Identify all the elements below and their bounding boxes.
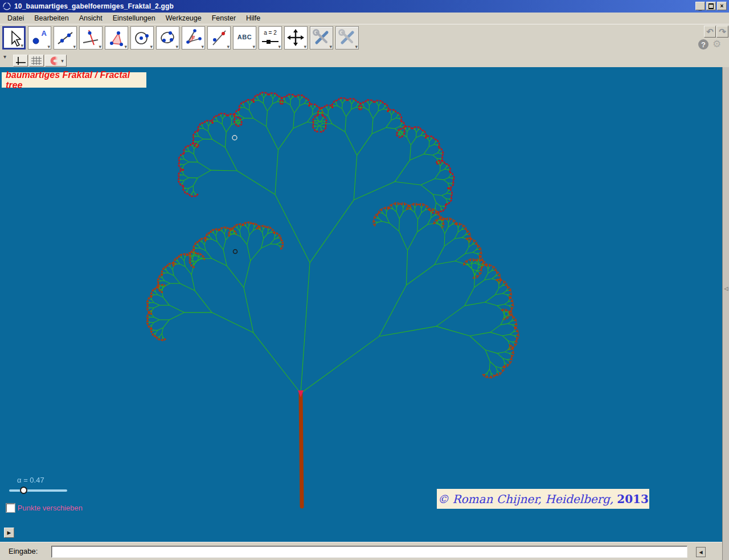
tool-dropdown-icon[interactable]: ▾ [227, 44, 230, 50]
copyright-text: © Roman Chijner, Heidelberg, [437, 492, 613, 506]
undo-icon: ↶ [706, 27, 714, 37]
grid-toggle-button[interactable] [29, 55, 44, 67]
axes-toggle-button[interactable] [13, 55, 28, 67]
window-title: 10_baumartiges_gabelfoermiges_Fraktal_2.… [14, 2, 174, 10]
graphics-view[interactable] [0, 67, 722, 542]
tool-move-graphics[interactable]: ▾ [284, 26, 308, 50]
axes-icon [14, 56, 27, 66]
play-button[interactable]: ▶ [4, 528, 14, 538]
tool-dropdown-icon[interactable]: ▾ [252, 44, 255, 50]
tool-dropdown-icon[interactable]: ▾ [278, 44, 281, 50]
gear-icon: ⚙ [712, 39, 721, 50]
alpha-slider-knob[interactable] [20, 487, 27, 494]
magnet-icon [48, 56, 59, 66]
main-toolbar: ▾ A ▾ ▾ [0, 24, 729, 53]
tool-angle[interactable]: α ▾ [182, 26, 205, 50]
slider-tool-icon-knob [267, 40, 271, 44]
menu-fenster[interactable]: Fenster [207, 13, 241, 23]
menu-bearbeiten[interactable]: Bearbeiten [29, 13, 73, 23]
move-graphics-icon [286, 28, 305, 47]
alpha-glyph: α [192, 34, 195, 40]
snap-dropdown-icon[interactable]: ▾ [61, 58, 64, 64]
tool-dropdown-icon[interactable]: ▾ [124, 44, 127, 50]
tool-custom-2[interactable]: ▾ [335, 26, 359, 50]
minimize-button[interactable]: _ [695, 2, 705, 10]
tool-point[interactable]: A ▾ [28, 26, 51, 50]
play-icon: ▶ [7, 530, 11, 536]
settings-button[interactable]: ⚙ [712, 38, 721, 50]
alpha-slider-track[interactable] [9, 489, 67, 492]
point-letter: A [42, 29, 47, 38]
menu-einstellungen[interactable]: Einstellungen [108, 13, 161, 23]
help-button[interactable]: ? [698, 39, 708, 50]
input-help-button[interactable]: ◀ [696, 547, 706, 557]
input-label: Eingabe: [9, 547, 38, 555]
tool-dropdown-icon[interactable]: ▾ [73, 44, 76, 50]
tool-dropdown-icon[interactable]: ▾ [175, 44, 178, 50]
conic-icon [158, 28, 177, 47]
menu-hilfe[interactable]: Hilfe [241, 13, 265, 23]
panel-collapse-handle-icon[interactable]: ◁ [723, 286, 729, 291]
tool-dropdown-icon[interactable]: ▾ [304, 44, 306, 50]
stylebar-toggle-icon[interactable]: ▾ [3, 53, 6, 60]
grid-icon [31, 56, 42, 65]
tool-move[interactable]: ▾ [2, 26, 26, 50]
tools-wrench-icon [312, 28, 330, 47]
application-window: 10_baumartiges_gabelfoermiges_Fraktal_2.… [0, 0, 729, 560]
tool-dropdown-icon[interactable]: ▾ [99, 44, 101, 50]
tool-text[interactable]: ABC ▾ [233, 26, 256, 50]
snap-to-grid-button[interactable]: ▾ [45, 55, 67, 67]
fractal-title-label: baumartiges Fraktal / Fractal tree [6, 70, 146, 90]
tool-polygon[interactable]: ▾ [105, 26, 128, 50]
restore-button[interactable] [706, 2, 716, 10]
restore-icon [708, 4, 714, 9]
command-input[interactable] [51, 546, 687, 558]
menu-werkzeuge[interactable]: Werkzeuge [161, 13, 207, 23]
style-bar: ▾ ▾ [0, 53, 729, 67]
input-help-icon: ◀ [699, 550, 702, 555]
tool-custom-1[interactable]: ▾ [310, 26, 333, 50]
menu-datei[interactable]: Datei [2, 13, 29, 23]
close-button[interactable]: × [717, 2, 727, 10]
tool-line[interactable]: ▾ [54, 26, 77, 50]
fractal-tree-canvas[interactable] [0, 67, 722, 542]
alpha-slider-label: α = 0.47 [17, 476, 44, 484]
tool-dropdown-icon[interactable]: ▾ [201, 44, 204, 50]
punkte-verschieben-label: Punkte verschieben [18, 504, 83, 512]
redo-button[interactable]: ↷ [716, 26, 728, 38]
tools-wrench-icon [338, 28, 356, 47]
copyright-year: 2013 [617, 492, 649, 506]
redo-icon: ↷ [719, 27, 726, 37]
polygon-icon [107, 28, 125, 47]
tool-dropdown-icon[interactable]: ▾ [21, 43, 23, 48]
line-icon [56, 28, 74, 47]
slider-tool-icon-label: a = 2 [259, 30, 281, 36]
tool-dropdown-icon[interactable]: ▾ [355, 44, 358, 50]
circle-icon [133, 28, 151, 47]
tool-dropdown-icon[interactable]: ▾ [150, 44, 153, 50]
title-bar: 10_baumartiges_gabelfoermiges_Fraktal_2.… [0, 0, 729, 13]
panel-collapse-strip[interactable]: ◁ [722, 67, 729, 560]
tool-conic[interactable]: ▾ [156, 26, 179, 50]
help-icon: ? [701, 40, 706, 49]
punkte-verschieben-checkbox[interactable] [6, 504, 15, 512]
tool-perpendicular-line[interactable]: ▾ [79, 26, 103, 50]
tool-dropdown-icon[interactable]: ▾ [329, 44, 332, 50]
tool-dropdown-icon[interactable]: ▾ [47, 44, 50, 50]
tool-reflect[interactable]: ▾ [207, 26, 231, 50]
title-text-plate[interactable]: baumartiges Fraktal / Fractal tree [2, 72, 146, 88]
perpendicular-line-icon [81, 28, 100, 47]
tool-circle[interactable]: ▾ [130, 26, 154, 50]
menu-bar: Datei Bearbeiten Ansicht Einstellungen W… [0, 13, 729, 24]
copyright-plate: © Roman Chijner, Heidelberg, 2013 [437, 489, 649, 509]
geogebra-app-icon [2, 2, 11, 11]
menu-ansicht[interactable]: Ansicht [74, 13, 108, 23]
reflect-icon [210, 28, 228, 47]
input-bar: Eingabe: ◀ [0, 542, 722, 560]
undo-button[interactable]: ↶ [704, 26, 716, 38]
tool-slider[interactable]: a = 2 ▾ [259, 26, 282, 50]
abc-icon: ABC [234, 34, 256, 40]
